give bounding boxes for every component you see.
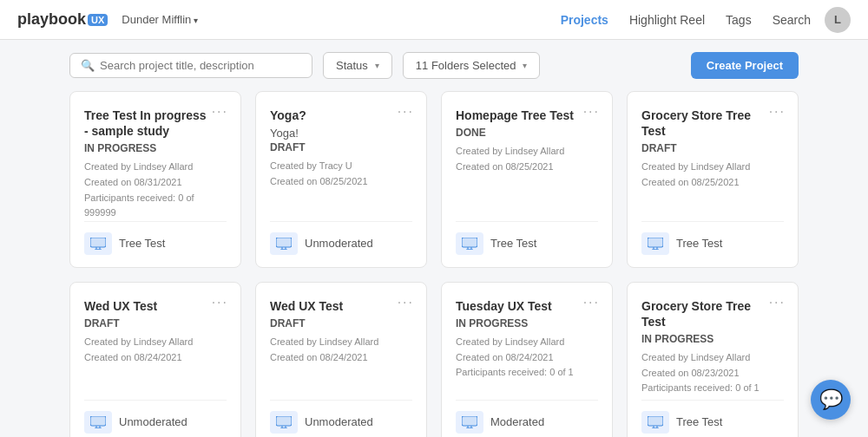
chevron-down-icon: ▾ [375, 61, 379, 70]
card-menu-icon[interactable]: ··· [212, 295, 228, 310]
card-footer: Tree Test [456, 221, 598, 255]
nav-projects[interactable]: Projects [561, 13, 608, 27]
search-icon: 🔍 [81, 59, 95, 72]
chevron-down-icon: ▾ [523, 61, 527, 70]
card-status: IN PROGRESS [84, 142, 227, 154]
logo-text: playbook [17, 10, 86, 29]
project-card[interactable]: ···Wed UX TestDRAFTCreated by Lindsey Al… [69, 282, 241, 437]
card-type-icon [270, 232, 298, 255]
card-title: Grocery Store Tree Test [641, 298, 784, 329]
card-footer: Tree Test [641, 221, 784, 255]
card-title: Yoga? [270, 108, 412, 123]
svg-rect-3 [276, 238, 292, 247]
card-status: DRAFT [84, 317, 227, 329]
card-title: Homepage Tree Test [456, 108, 598, 123]
card-menu-icon[interactable]: ··· [583, 104, 600, 120]
project-card[interactable]: ···Wed UX TestDRAFTCreated by Lindsey Al… [255, 282, 427, 437]
project-card[interactable]: ···Tuesday UX TestIN PROGRESSCreated by … [441, 282, 613, 437]
create-project-button[interactable]: Create Project [691, 52, 799, 79]
card-type-label: Unmoderated [305, 415, 373, 428]
svg-rect-21 [648, 416, 663, 426]
card-footer: Tree Test [84, 221, 227, 255]
project-card[interactable]: ···Yoga?Yoga!DRAFTCreated by Tracy UCrea… [255, 91, 427, 268]
project-card[interactable]: ···Grocery Store Tree TestDRAFTCreated b… [627, 91, 799, 268]
card-meta: Created by Tracy UCreated on 08/25/2021 [270, 159, 412, 189]
card-meta: Created by Lindsey AllardCreated on 08/2… [270, 335, 412, 365]
card-meta: Created by Lindsey AllardCreated on 08/3… [84, 160, 227, 220]
project-card[interactable]: ···Grocery Store Tree TestIN PROGRESSCre… [627, 282, 799, 437]
card-menu-icon[interactable]: ··· [769, 295, 786, 310]
card-title: Wed UX Test [84, 298, 227, 314]
card-footer: Unmoderated [84, 400, 227, 434]
projects-grid: ···Tree Test In progress - sample studyI… [0, 91, 868, 437]
card-type-icon [456, 232, 483, 255]
search-box[interactable]: 🔍 [69, 53, 312, 78]
card-type-label: Unmoderated [305, 237, 373, 250]
card-title: Tree Test In progress - sample study [84, 108, 227, 139]
svg-rect-15 [276, 416, 292, 426]
card-menu-icon[interactable]: ··· [583, 295, 600, 310]
project-card[interactable]: ···Homepage Tree TestDONECreated by Lind… [441, 91, 613, 268]
card-type-icon [84, 232, 112, 255]
logo-ux-badge: UX [88, 14, 108, 26]
card-meta: Created by Lindsey AllardCreated on 08/2… [84, 335, 227, 365]
company-dropdown[interactable]: Dunder Mifflin [122, 13, 198, 26]
status-label: Status [336, 59, 368, 72]
card-menu-icon[interactable]: ··· [398, 295, 414, 310]
card-type-label: Tree Test [119, 237, 165, 250]
card-status: IN PROGRESS [641, 333, 784, 345]
search-input[interactable] [100, 59, 301, 72]
toolbar: 🔍 Status ▾ 11 Folders Selected ▾ Create … [0, 40, 868, 91]
card-type-label: Moderated [490, 415, 544, 428]
card-status: IN PROGRESS [456, 317, 598, 329]
card-type-label: Unmoderated [119, 415, 187, 428]
card-status: DRAFT [270, 141, 412, 153]
card-type-icon [270, 411, 298, 434]
svg-rect-0 [90, 238, 106, 247]
card-footer: Tree Test [641, 400, 784, 434]
card-footer: Unmoderated [270, 400, 412, 434]
navbar: playbook UX Dunder Mifflin Projects High… [0, 0, 868, 40]
avatar[interactable]: L [825, 7, 851, 33]
svg-rect-12 [90, 416, 106, 426]
card-footer: Unmoderated [270, 221, 412, 255]
card-type-label: Tree Test [490, 237, 536, 250]
svg-rect-18 [462, 416, 477, 426]
card-status: DONE [456, 127, 598, 139]
card-type-icon [84, 411, 112, 434]
card-subtitle: Yoga! [270, 127, 412, 140]
card-type-label: Tree Test [676, 415, 722, 428]
svg-rect-6 [462, 238, 477, 247]
card-meta: Created by Lindsey AllardCreated on 08/2… [456, 335, 598, 381]
card-menu-icon[interactable]: ··· [769, 104, 786, 120]
logo: playbook UX [17, 10, 108, 29]
project-card[interactable]: ···Tree Test In progress - sample studyI… [69, 91, 241, 268]
card-title: Tuesday UX Test [456, 298, 598, 314]
status-dropdown[interactable]: Status ▾ [323, 52, 392, 79]
card-menu-icon[interactable]: ··· [212, 104, 228, 120]
card-menu-icon[interactable]: ··· [398, 104, 414, 120]
folders-dropdown[interactable]: 11 Folders Selected ▾ [403, 52, 541, 79]
nav-tags[interactable]: Tags [726, 13, 752, 27]
chat-bubble[interactable]: 💬 [811, 380, 851, 420]
card-type-icon [641, 232, 669, 255]
card-meta: Created by Lindsey AllardCreated on 08/2… [641, 350, 784, 396]
card-type-label: Tree Test [676, 237, 722, 250]
card-type-icon [456, 411, 483, 434]
svg-rect-9 [648, 238, 663, 247]
card-footer: Moderated [456, 400, 598, 434]
nav-search[interactable]: Search [773, 13, 811, 27]
card-title: Wed UX Test [270, 298, 412, 314]
card-title: Grocery Store Tree Test [641, 108, 784, 139]
card-status: DRAFT [641, 142, 784, 154]
nav-highlight-reel[interactable]: Highlight Reel [629, 13, 705, 27]
folders-label: 11 Folders Selected [416, 59, 516, 72]
card-meta: Created by Lindsey AllardCreated on 08/2… [456, 144, 598, 174]
card-type-icon [641, 411, 669, 434]
nav-links: Projects Highlight Reel Tags Search [561, 13, 811, 27]
card-meta: Created by Lindsey AllardCreated on 08/2… [641, 160, 784, 190]
card-status: DRAFT [270, 317, 412, 329]
